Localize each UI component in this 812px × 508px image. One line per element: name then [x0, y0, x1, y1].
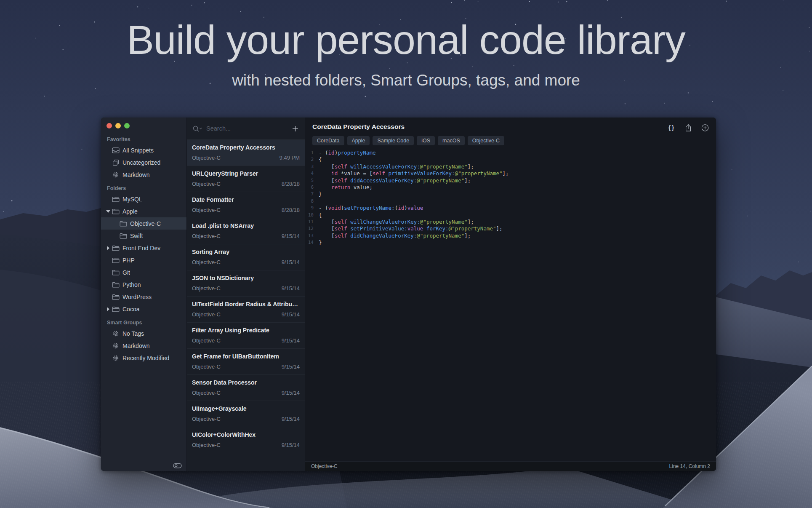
status-bar: Objective-C Line 14, Column 2 [305, 461, 716, 471]
snippet-list-item-json-to-nsdictionary[interactable]: JSON to NSDictionaryObjective-C9/15/14 [187, 270, 305, 297]
snippet-list-item-uicolor-colorwithhex[interactable]: UIColor+ColorWithHexObjective-C9/15/14 [187, 427, 305, 453]
snippet-item-date: 9/15/14 [282, 442, 300, 448]
tag-macos[interactable]: macOS [438, 136, 465, 145]
code-line: 13 [self didChangeValueForKey:@"property… [305, 233, 716, 239]
sidebar-section-title: Favorites [107, 136, 186, 142]
snippet-list-item-get-frame-for-uibarbuttonitem[interactable]: Get Frame for UIBarButtonItemObjective-C… [187, 349, 305, 375]
new-snippet-circle-button[interactable] [701, 123, 709, 132]
folder-icon [120, 220, 127, 227]
sidebar-item-php[interactable]: PHP [101, 254, 186, 266]
sidebar-item-apple[interactable]: Apple [101, 205, 186, 217]
snippet-list-item-load-plist-to-nsarray[interactable]: Load .plist to NSArrayObjective-C9/15/14 [187, 218, 305, 244]
minimize-window-button[interactable] [115, 123, 121, 128]
snippet-item-language: Objective-C [192, 155, 221, 161]
sidebar-item-objective-c[interactable]: Objective-C [101, 217, 186, 230]
tag-apple[interactable]: Apple [347, 136, 370, 145]
sidebar-item-label: PHP [122, 257, 135, 264]
sidebar-item-label: Python [122, 281, 141, 288]
snippet-item-language: Objective-C [192, 181, 221, 187]
code-line: 6 return value; [305, 184, 716, 191]
line-number: 3 [305, 163, 319, 170]
snippet-list-pane: CoreData Property AccessorsObjective-C9:… [187, 118, 305, 471]
app-window: FavoritesAll SnippetsUncategorizedMarkdo… [101, 118, 716, 471]
snippet-item-title: Sensor Data Processor [192, 379, 300, 386]
sidebar-item-no-tags[interactable]: No Tags [101, 327, 186, 340]
snippet-list-item-date-formatter[interactable]: Date FormatterObjective-C8/28/18 [187, 192, 305, 218]
sidebar-item-front-end-dev[interactable]: Front End Dev [101, 242, 186, 254]
snippet-list-item-sensor-data-processor[interactable]: Sensor Data ProcessorObjective-C9/15/14 [187, 375, 305, 401]
sidebar-item-python[interactable]: Python [101, 278, 186, 291]
disclosure-closed-icon[interactable] [107, 246, 109, 250]
snippet-item-date: 9/15/14 [282, 337, 300, 344]
gear-icon [112, 342, 120, 349]
sidebar-toggle-icon[interactable] [173, 463, 182, 468]
line-number: 10 [305, 212, 319, 219]
sidebar-item-label: MySQL [122, 196, 142, 203]
share-button[interactable] [684, 123, 692, 132]
stack-icon [112, 159, 120, 166]
line-number: 7 [305, 191, 319, 198]
close-window-button[interactable] [106, 123, 112, 128]
search-input[interactable] [205, 125, 289, 132]
zoom-window-button[interactable] [124, 123, 130, 128]
sidebar-item-all-snippets[interactable]: All Snippets [101, 144, 186, 156]
new-snippet-button[interactable] [291, 125, 299, 133]
sidebar-item-git[interactable]: Git [101, 266, 186, 278]
sidebar-item-label: Cocoa [122, 306, 139, 313]
sidebar-item-markdown[interactable]: Markdown [101, 340, 186, 352]
snippet-item-date: 9:49 PM [280, 155, 300, 161]
tag-coredata[interactable]: CoreData [312, 136, 344, 145]
sidebar-item-mysql[interactable]: MySQL [101, 193, 186, 205]
sidebar-item-cocoa[interactable]: Cocoa [101, 303, 186, 315]
snippet-item-language: Objective-C [192, 416, 221, 422]
sidebar: FavoritesAll SnippetsUncategorizedMarkdo… [101, 118, 187, 471]
snippet-item-title: URLQueryString Parser [192, 170, 300, 177]
snippet-item-date: 9/15/14 [282, 259, 300, 265]
snippet-item-language: Objective-C [192, 233, 221, 239]
sidebar-item-wordpress[interactable]: WordPress [101, 291, 186, 303]
sidebar-item-label: Swift [130, 233, 143, 239]
snippet-list-item-sorting-array[interactable]: Sorting ArrayObjective-C9/15/14 [187, 244, 305, 270]
snippet-list-item-urlquerystring-parser[interactable]: URLQueryString ParserObjective-C8/28/18 [187, 166, 305, 192]
sidebar-item-uncategorized[interactable]: Uncategorized [101, 156, 186, 168]
snippet-item-language: Objective-C [192, 390, 221, 396]
disclosure-open-icon[interactable] [106, 210, 110, 213]
format-braces-button[interactable]: {} [668, 123, 675, 132]
detail-header: CoreData Property Accessors {} CoreDataA… [305, 118, 716, 145]
tag-sample-code[interactable]: Sample Code [373, 136, 414, 145]
sidebar-item-label: Markdown [122, 171, 150, 178]
screenshot-stage: Build your personal code library with ne… [0, 0, 812, 508]
gear-icon [112, 355, 120, 361]
line-number: 8 [305, 198, 319, 205]
hero-subtitle: with nested folders, Smart Groups, tags,… [0, 72, 812, 89]
snippet-item-title: Sorting Array [192, 249, 300, 255]
sidebar-item-recently-modified[interactable]: Recently Modified [101, 352, 186, 364]
snippet-item-date: 9/15/14 [282, 416, 300, 422]
code-line: 12 [self setPrimitiveValue:value forKey:… [305, 225, 716, 232]
folder-icon [112, 208, 120, 215]
snippet-item-language: Objective-C [192, 364, 221, 370]
status-cursor-position: Line 14, Column 2 [669, 463, 710, 469]
disclosure-closed-icon[interactable] [107, 307, 109, 311]
folder-icon [112, 196, 120, 203]
line-number: 9 [305, 205, 319, 211]
code-editor[interactable]: 1- (id)propertyName2{3 [self willAccessV… [305, 145, 716, 461]
hero-title: Build your personal code library [0, 16, 812, 64]
snippet-list-item-filter-array-using-predicate[interactable]: Filter Array Using PredicateObjective-C9… [187, 323, 305, 349]
gear-icon [112, 171, 120, 178]
tag-ios[interactable]: iOS [417, 136, 435, 145]
snippet-list-item-uiimage-grayscale[interactable]: UIImage+GrayscaleObjective-C9/15/14 [187, 401, 305, 427]
tag-objective-c[interactable]: Objective-C [468, 136, 504, 145]
line-number: 12 [305, 225, 319, 232]
snippet-item-title: Get Frame for UIBarButtonItem [192, 353, 300, 360]
snippet-item-title: Date Formatter [192, 196, 300, 203]
code-line: 14} [305, 239, 716, 246]
sidebar-item-markdown[interactable]: Markdown [101, 168, 186, 181]
snippet-list-item-coredata-property-accessors[interactable]: CoreData Property AccessorsObjective-C9:… [187, 140, 305, 166]
line-number: 4 [305, 170, 319, 177]
line-number: 2 [305, 156, 319, 163]
code-line: 3 [self willAccessValueForKey:@"property… [305, 163, 716, 170]
snippet-list-item-uitextfield-border-radius-attribu[interactable]: UITextField Border Radius & Attribu…Obje… [187, 297, 305, 323]
code-line: 11 [self willChangeValueForKey:@"propert… [305, 219, 716, 225]
sidebar-item-swift[interactable]: Swift [101, 230, 186, 242]
